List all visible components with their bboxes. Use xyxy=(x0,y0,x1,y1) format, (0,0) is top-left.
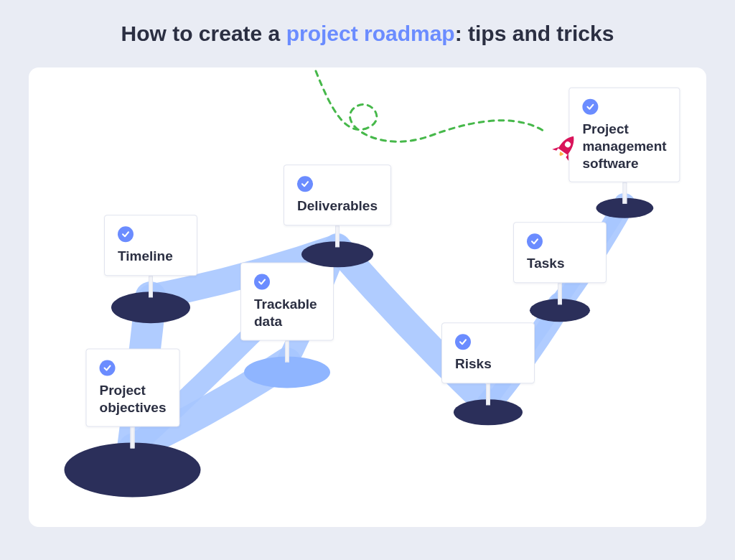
check-icon xyxy=(254,274,270,290)
milestone-label: Trackable data xyxy=(254,296,320,330)
signpost xyxy=(558,283,562,304)
milestone-project-objectives: Project objectives xyxy=(86,349,180,427)
milestone-timeline: Timeline xyxy=(104,215,197,276)
milestone-label: Timeline xyxy=(118,248,184,265)
check-icon xyxy=(100,360,116,376)
signpost xyxy=(131,426,135,448)
milestone-deliverables: Deliverables xyxy=(284,164,391,225)
title-pre: How to create a xyxy=(121,22,286,45)
title: How to create a project roadmap: tips an… xyxy=(0,0,735,53)
check-icon xyxy=(527,233,543,249)
milestone-base xyxy=(65,442,201,497)
milestone-card: Trackable data xyxy=(240,263,334,341)
signpost xyxy=(335,225,340,247)
milestone-card: Project objectives xyxy=(86,349,180,427)
check-icon xyxy=(582,99,598,115)
check-icon xyxy=(118,226,134,242)
milestone-risks: Risks xyxy=(441,322,535,383)
milestone-card: Tasks xyxy=(513,222,607,283)
title-post: : tips and tricks xyxy=(455,22,614,45)
milestone-label: Project objectives xyxy=(100,382,167,416)
milestone-card: Project management software xyxy=(568,88,680,182)
milestone-tasks: Tasks xyxy=(513,222,607,283)
signpost xyxy=(149,276,153,297)
milestone-label: Risks xyxy=(455,355,521,373)
check-icon xyxy=(297,176,313,192)
signpost xyxy=(622,182,627,204)
milestone-label: Deliverables xyxy=(297,197,378,215)
check-icon xyxy=(455,334,471,350)
milestone-pm-software: Project management software xyxy=(568,88,680,182)
milestone-label: Tasks xyxy=(527,255,593,272)
title-accent: project roadmap xyxy=(286,22,455,45)
milestone-label: Project management software xyxy=(582,121,666,172)
signpost xyxy=(285,340,289,362)
milestone-card: Risks xyxy=(441,322,535,383)
milestone-trackable-data: Trackable data xyxy=(240,263,334,341)
milestone-card: Deliverables xyxy=(284,164,391,225)
milestone-card: Timeline xyxy=(104,215,197,276)
diagram-canvas: Project objectivesTimelineTrackable data… xyxy=(29,67,706,527)
signpost xyxy=(486,383,490,405)
